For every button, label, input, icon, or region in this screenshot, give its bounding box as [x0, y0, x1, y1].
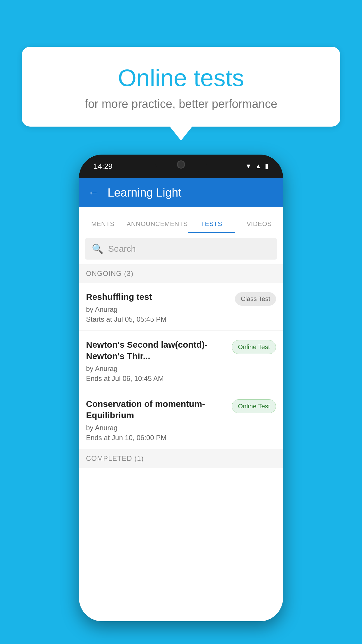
phone-screen: ← Learning Light MENTS ANNOUNCEMENTS TES… [79, 178, 283, 621]
notch [155, 155, 207, 172]
test-badge: Online Test [232, 340, 276, 354]
search-placeholder: Search [108, 244, 136, 254]
bubble-subtitle: for more practice, better performance [36, 97, 326, 111]
search-bar[interactable]: 🔍 Search [85, 238, 277, 260]
tab-videos-label: VIDEOS [247, 220, 272, 228]
back-button[interactable]: ← [88, 186, 99, 199]
tab-tests[interactable]: TESTS [188, 220, 236, 233]
tab-bar: MENTS ANNOUNCEMENTS TESTS VIDEOS [79, 207, 283, 233]
test-badge: Class Test [235, 292, 276, 306]
tab-announcements-label: ANNOUNCEMENTS [127, 220, 188, 228]
test-time: Starts at Jul 05, 05:45 PM [86, 315, 230, 323]
phone-frame: 14:29 ▼ ▲ ▮ ← Learning Light MENTS ANNOU… [79, 155, 283, 621]
tab-assignments[interactable]: MENTS [79, 220, 127, 233]
app-header: ← Learning Light [79, 178, 283, 207]
test-item[interactable]: Conservation of momentum-Equilibrium by … [79, 390, 283, 449]
test-badge: Online Test [232, 399, 276, 413]
status-time: 14:29 [94, 162, 113, 171]
battery-icon: ▮ [265, 162, 268, 170]
test-name: Newton's Second law(contd)-Newton's Thir… [86, 339, 227, 362]
test-list: Reshuffling test by Anurag Starts at Jul… [79, 283, 283, 621]
test-time: Ends at Jun 10, 06:00 PM [86, 434, 227, 442]
tab-tests-label: TESTS [201, 220, 222, 228]
tab-videos[interactable]: VIDEOS [235, 220, 283, 233]
test-name: Reshuffling test [86, 291, 230, 302]
search-icon: 🔍 [92, 243, 103, 254]
search-container: 🔍 Search [79, 233, 283, 264]
status-bar: 14:29 ▼ ▲ ▮ [79, 155, 283, 178]
ongoing-section-label: ONGOING (3) [79, 264, 283, 283]
app-title: Learning Light [108, 186, 182, 199]
test-name: Conservation of momentum-Equilibrium [86, 398, 227, 421]
tab-announcements[interactable]: ANNOUNCEMENTS [127, 220, 188, 233]
wifi-icon: ▼ [245, 162, 252, 170]
test-author: by Anurag [86, 365, 227, 373]
test-author: by Anurag [86, 305, 230, 314]
test-info: Reshuffling test by Anurag Starts at Jul… [86, 291, 230, 323]
test-info: Conservation of momentum-Equilibrium by … [86, 398, 227, 442]
test-item[interactable]: Reshuffling test by Anurag Starts at Jul… [79, 283, 283, 331]
test-item[interactable]: Newton's Second law(contd)-Newton's Thir… [79, 331, 283, 390]
status-icons: ▼ ▲ ▮ [245, 162, 268, 170]
test-author: by Anurag [86, 424, 227, 432]
speech-bubble: Online tests for more practice, better p… [22, 47, 340, 127]
test-info: Newton's Second law(contd)-Newton's Thir… [86, 339, 227, 383]
bubble-title: Online tests [36, 64, 326, 92]
signal-icon: ▲ [255, 162, 261, 170]
tab-assignments-label: MENTS [91, 220, 115, 228]
front-camera [177, 160, 185, 169]
test-time: Ends at Jul 06, 10:45 AM [86, 374, 227, 383]
completed-section-label: COMPLETED (1) [79, 449, 283, 468]
